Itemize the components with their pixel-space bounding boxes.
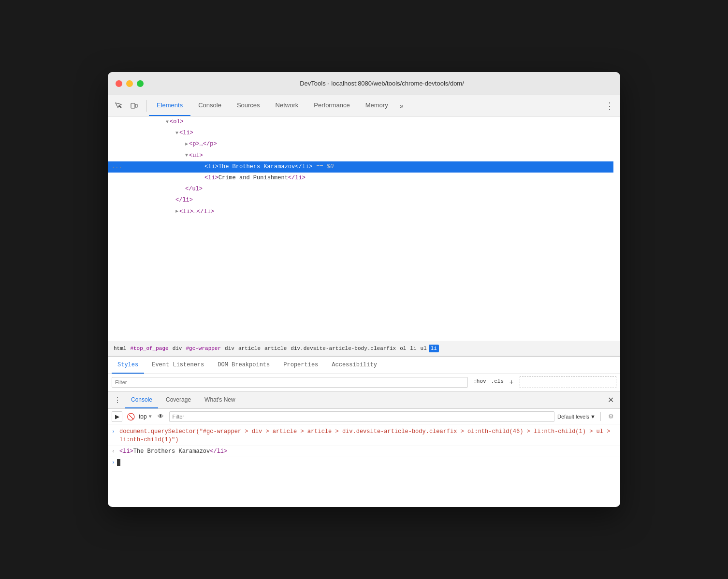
toolbar-separator [146,100,147,112]
context-dropdown-arrow: ▼ [148,414,153,419]
crumb-html[interactable]: html [112,345,128,352]
console-toolbar: ▶ 🚫 top ▼ 👁 Default levels ▼ ⚙ [108,409,620,424]
drawer-close-button[interactable]: ✕ [605,394,616,406]
console-result-line: ‹ <li>The Brothers Karamazov</li> [108,446,620,458]
crumb-div2[interactable]: div [223,345,236,352]
tab-memory[interactable]: Memory [358,95,396,116]
window-title: DevTools - localhost:8080/web/tools/chro… [151,80,612,87]
crumb-gc-wrapper[interactable]: #gc-wrapper [184,345,223,352]
dom-line-li[interactable]: ▼ <li> [108,128,613,139]
dom-line-li-crime[interactable]: <li> Crime and Punishment </li> [108,173,613,184]
crumb-article1[interactable]: article [236,345,262,352]
triangle-li[interactable]: ▼ [175,130,178,137]
console-play-button[interactable]: ▶ [112,411,122,422]
console-prompt: › [112,460,115,465]
add-style-button[interactable]: + [507,378,516,387]
dom-tree-wrapper: ▼ <ol> ▼ <li> ► <p>…</p> ▼ [108,116,620,341]
dom-line-ol[interactable]: ▼ <ol> [108,116,613,128]
dom-line-li-ellipsis[interactable]: ► <li>…</li> [108,206,613,217]
dom-tree[interactable]: ▼ <ol> ▼ <li> ► <p>…</p> ▼ [108,116,620,341]
hov-cls-controls: :hov .cls + [472,378,516,387]
drawer-tab-console[interactable]: Console [125,391,158,408]
devtools-toolbar: Elements Console Sources Network Perform… [108,95,620,116]
console-command-text: document.querySelector("#gc-wrapper > di… [119,428,616,444]
triangle-ul[interactable]: ▼ [185,152,188,159]
console-input-line[interactable]: › [108,457,620,468]
tab-network[interactable]: Network [268,95,306,116]
tab-properties[interactable]: Properties [277,357,324,374]
styles-filter-bar: :hov .cls + [108,374,620,391]
maximize-button[interactable] [137,80,144,87]
drawer-tabs-bar: ⋮ Console Coverage What's New ✕ [108,391,620,409]
console-result-text: <li>The Brothers Karamazov</li> [119,448,616,456]
dom-line-close-ul[interactable]: </ul> [108,184,613,195]
toolbar-menu-button[interactable]: ⋮ [603,99,616,113]
console-command-line: › document.querySelector("#gc-wrapper > … [108,426,620,446]
result-arrow: ‹ [112,448,119,455]
styles-filter-input[interactable] [112,377,468,388]
crumb-div1[interactable]: div [171,345,184,352]
devtools-window: DevTools - localhost:8080/web/tools/chro… [108,72,620,507]
tab-performance[interactable]: Performance [306,95,357,116]
svg-rect-1 [135,104,137,107]
styles-panel: Styles Event Listeners DOM Breakpoints P… [108,356,620,391]
tab-styles[interactable]: Styles [112,357,144,374]
style-area [520,376,616,388]
breadcrumb: html #top_of_page div #gc-wrapper div ar… [108,341,620,356]
tab-sources[interactable]: Sources [229,95,268,116]
dom-line-p[interactable]: ► <p>…</p> [108,139,613,150]
close-button[interactable] [116,80,122,87]
titlebar: DevTools - localhost:8080/web/tools/chro… [108,72,620,95]
cls-button[interactable]: .cls [490,378,505,387]
dom-line-li-brothers[interactable]: ... <li>The Brothers Karamazov</li> == $… [108,161,613,173]
crumb-li1[interactable]: li [408,345,418,352]
console-levels-selector[interactable]: Default levels ▼ [557,414,596,420]
toolbar-icons [108,99,145,113]
tab-elements[interactable]: Elements [149,95,190,116]
dom-panel: ▼ <ol> ▼ <li> ► <p>…</p> ▼ [108,116,620,391]
device-toolbar-button[interactable] [127,99,141,113]
crumb-li-active[interactable]: li [429,345,439,352]
dom-line-ul[interactable]: ▼ <ul> [108,150,613,161]
tab-dom-breakpoints[interactable]: DOM Breakpoints [212,357,276,374]
traffic-lights [116,80,144,87]
hov-button[interactable]: :hov [472,378,487,387]
crumb-div-clearfix[interactable]: div.devsite-article-body.clearfix [289,345,398,352]
dom-line-close-li[interactable]: </li> [108,195,613,206]
command-arrow: › [112,428,119,435]
crumb-top-of-page[interactable]: #top_of_page [128,345,170,352]
triangle-p[interactable]: ► [185,141,188,148]
console-settings-button[interactable]: ⚙ [606,411,616,422]
console-clear-button[interactable]: 🚫 [125,411,136,422]
tab-accessibility[interactable]: Accessibility [326,357,383,374]
console-drawer: ⋮ Console Coverage What's New ✕ ▶ 🚫 top … [108,391,620,507]
toolbar-end: ⋮ [599,99,620,113]
crumb-ol[interactable]: ol [398,345,408,352]
minimize-button[interactable] [126,80,133,87]
drawer-tab-coverage[interactable]: Coverage [160,391,197,408]
crumb-ul[interactable]: ul [419,345,429,352]
svg-rect-0 [131,103,135,108]
console-context-selector[interactable]: top ▼ [139,413,153,420]
console-eye-button[interactable]: 👁 [156,411,166,422]
drawer-tab-whats-new[interactable]: What's New [199,391,241,408]
styles-tabs: Styles Event Listeners DOM Breakpoints P… [108,357,620,374]
console-cursor [117,459,120,466]
triangle-li2[interactable]: ► [175,208,178,216]
tab-console[interactable]: Console [190,95,229,116]
devtools-tabs: Elements Console Sources Network Perform… [149,95,599,116]
more-tabs-button[interactable]: » [396,102,408,110]
triangle-ol[interactable]: ▼ [166,118,169,126]
console-filter-input[interactable] [169,411,554,422]
levels-arrow-icon: ▼ [590,414,596,420]
tab-event-listeners[interactable]: Event Listeners [146,357,210,374]
console-content: › document.querySelector("#gc-wrapper > … [108,424,620,507]
console-toolbar-sep [600,412,601,421]
drawer-menu-button[interactable]: ⋮ [112,394,123,406]
crumb-article2[interactable]: article [262,345,289,352]
inspect-element-button[interactable] [112,99,125,113]
